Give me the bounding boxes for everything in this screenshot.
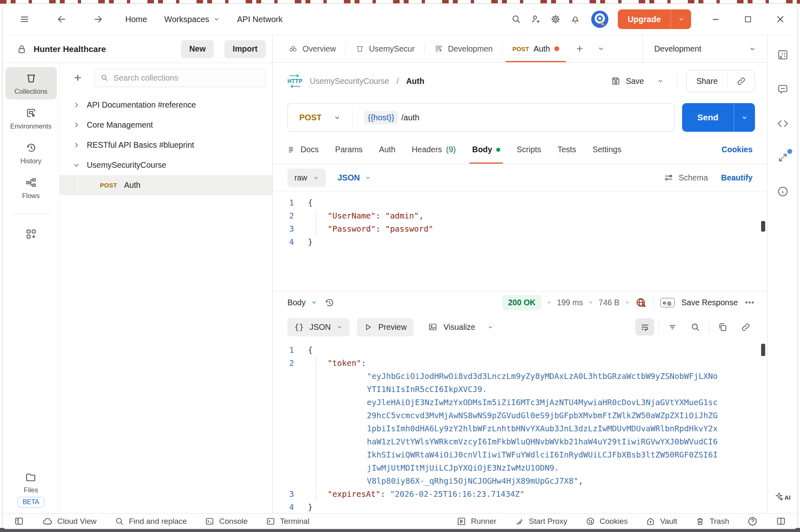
share-button[interactable]: Share: [687, 77, 728, 86]
tab-auth-request[interactable]: POST Auth: [502, 35, 569, 62]
rail-item-collections[interactable]: Collections: [5, 67, 57, 99]
save-response-button[interactable]: Save Response: [681, 298, 738, 307]
console-button[interactable]: Console: [205, 516, 248, 526]
tab-overview[interactable]: Overview: [278, 35, 346, 62]
search-collections-input[interactable]: [113, 73, 260, 83]
tree-item-usemysecuritycourse[interactable]: UsemySecurityCourse: [60, 155, 272, 175]
code-snippet-icon[interactable]: [777, 117, 789, 130]
tab-environment[interactable]: Developmen: [425, 35, 502, 62]
request-body-editor[interactable]: 1{ 2"UserName": "admin", 3"Password": "p…: [273, 191, 767, 286]
wrap-text-icon[interactable]: [635, 318, 654, 336]
forward-arrow-icon[interactable]: [88, 9, 108, 29]
tab-collection[interactable]: UsemySecur: [346, 35, 425, 62]
beautify-button[interactable]: Beautify: [721, 173, 753, 183]
tab-headers[interactable]: Headers (9): [412, 135, 456, 164]
split-panel-icon[interactable]: [776, 516, 786, 526]
nav-api-network[interactable]: API Network: [237, 15, 282, 24]
tab-settings[interactable]: Settings: [592, 135, 621, 164]
back-arrow-icon[interactable]: [52, 9, 71, 29]
new-tab-button[interactable]: [569, 35, 590, 62]
invite-user-icon[interactable]: [526, 9, 546, 29]
url-value[interactable]: {{host}} /auth: [353, 111, 419, 124]
scrollbar-thumb[interactable]: [761, 221, 765, 232]
maximize-button[interactable]: [744, 15, 753, 24]
body-mode-selector[interactable]: raw: [287, 169, 326, 187]
new-button[interactable]: New: [181, 40, 214, 58]
preview-button[interactable]: Preview: [357, 318, 414, 336]
method-selector[interactable]: POST: [288, 113, 352, 122]
related-requests-icon[interactable]: [777, 152, 789, 163]
environment-selector[interactable]: Development: [642, 35, 767, 62]
body-language-selector[interactable]: JSON: [337, 173, 371, 183]
send-options-chevron[interactable]: [734, 103, 755, 132]
save-button[interactable]: Save: [610, 76, 644, 86]
import-button[interactable]: Import: [224, 40, 266, 58]
rail-item-add-modules[interactable]: [5, 223, 57, 244]
find-and-replace-button[interactable]: Find and replace: [115, 516, 187, 526]
trash-button[interactable]: Trash: [695, 516, 729, 526]
tab-body[interactable]: Body: [472, 135, 500, 164]
avatar[interactable]: [591, 10, 609, 28]
tree-item-auth-request[interactable]: POST Auth: [60, 175, 272, 195]
tab-docs[interactable]: Docs: [287, 135, 319, 164]
breadcrumb-collection[interactable]: UsemySecurityCourse: [310, 77, 389, 86]
response-history-icon[interactable]: [324, 297, 335, 308]
response-body-editor[interactable]: 1{ 2"token": "eyJhbGciOiJodHRwOi8vd3d3Ln…: [273, 340, 767, 513]
collections-search[interactable]: [94, 69, 266, 87]
network-warning-icon[interactable]: [635, 297, 647, 309]
postbot-ai-icon[interactable]: AI: [775, 492, 791, 501]
response-size[interactable]: 746 B: [599, 298, 619, 307]
tree-item-restful-api-basics[interactable]: RESTful API Basics #blueprint: [60, 135, 272, 155]
minimize-button[interactable]: [711, 14, 721, 24]
toggle-sidebar-icon[interactable]: [14, 516, 24, 526]
status-badge[interactable]: 200 OK: [502, 295, 541, 310]
notifications-bell-icon[interactable]: [565, 9, 585, 29]
runner-button[interactable]: Runner: [456, 516, 496, 526]
rail-item-environments[interactable]: Environments: [5, 102, 57, 134]
nav-workspaces[interactable]: Workspaces: [164, 15, 220, 24]
close-button[interactable]: [775, 14, 785, 24]
copy-icon[interactable]: [713, 318, 732, 336]
tree-item-core-management[interactable]: Core Management: [60, 115, 272, 135]
tab-scripts[interactable]: Scripts: [517, 135, 541, 164]
terminal-button[interactable]: Terminal: [266, 516, 310, 526]
cloud-view-button[interactable]: Cloud View: [42, 516, 97, 527]
copy-link-icon[interactable]: [728, 76, 755, 86]
response-time[interactable]: 199 ms: [557, 298, 583, 307]
settings-gear-icon[interactable]: [546, 9, 565, 29]
start-proxy-button[interactable]: Start Proxy: [515, 516, 567, 526]
rail-item-history[interactable]: History: [5, 137, 57, 169]
send-button[interactable]: Send: [682, 103, 755, 132]
schema-button[interactable]: Schema: [663, 172, 708, 183]
tab-params[interactable]: Params: [335, 135, 362, 164]
add-collection-icon[interactable]: [68, 68, 88, 88]
cookies-button[interactable]: Cookies: [585, 516, 628, 526]
info-icon[interactable]: [777, 185, 789, 198]
response-view-selector[interactable]: {} JSON: [287, 318, 350, 336]
search-response-icon[interactable]: [686, 318, 705, 336]
vault-button[interactable]: Vault: [646, 516, 677, 526]
tab-auth[interactable]: Auth: [379, 135, 395, 164]
comments-icon[interactable]: [777, 83, 789, 95]
filter-icon[interactable]: [663, 318, 682, 336]
rail-item-files[interactable]: Files BETA: [18, 471, 44, 507]
visualize-button[interactable]: Visualize: [421, 318, 482, 336]
breadcrumb-request-name[interactable]: Auth: [406, 77, 424, 86]
hamburger-menu-icon[interactable]: [15, 9, 34, 29]
save-options-chevron[interactable]: [651, 78, 669, 84]
scrollbar-thumb[interactable]: [761, 344, 765, 356]
tab-options-chevron[interactable]: [590, 35, 612, 62]
environment-quick-look-icon[interactable]: [777, 49, 789, 61]
tree-item-api-documentation[interactable]: API Documentation #reference: [60, 95, 272, 115]
rail-item-flows[interactable]: Flows: [5, 171, 57, 204]
response-panel-selector[interactable]: Body: [287, 298, 317, 307]
request-url-input[interactable]: POST {{host}} /auth: [287, 103, 675, 132]
nav-home[interactable]: Home: [125, 15, 147, 24]
upgrade-chevron[interactable]: [671, 9, 691, 29]
upgrade-button[interactable]: Upgrade: [618, 9, 691, 29]
link-icon[interactable]: [736, 318, 755, 336]
tab-tests[interactable]: Tests: [558, 135, 576, 164]
more-actions-icon[interactable]: [744, 297, 755, 308]
upgrade-label[interactable]: Upgrade: [618, 9, 671, 29]
help-icon[interactable]: [747, 516, 758, 527]
